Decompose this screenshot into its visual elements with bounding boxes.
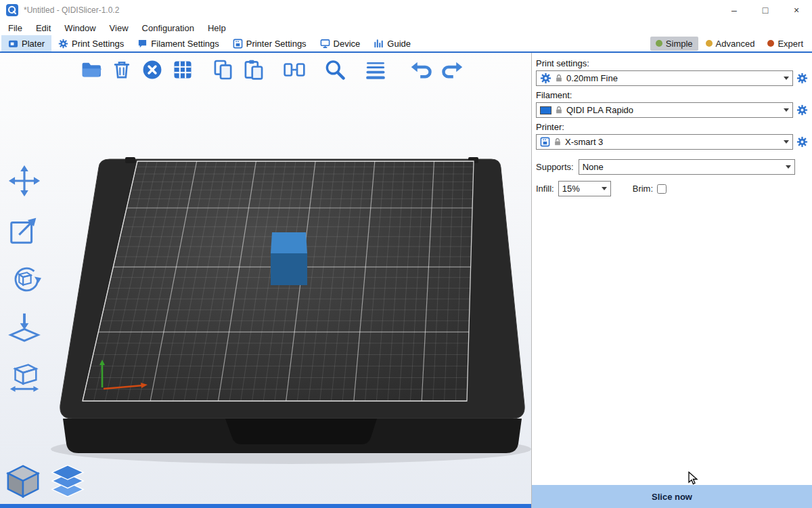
expert-mode-dot bbox=[767, 40, 774, 47]
layer-height-icon[interactable] bbox=[363, 57, 388, 83]
window-title: *Untitled - QIDISlicer-1.0.2 bbox=[24, 5, 119, 15]
minimize-button[interactable]: – bbox=[719, 0, 750, 20]
slice-now-button[interactable]: Slice now bbox=[532, 485, 812, 508]
tab-filament-settings[interactable]: Filament Settings bbox=[131, 35, 225, 51]
tab-label: Guide bbox=[387, 39, 411, 49]
menu-edit[interactable]: Edit bbox=[29, 23, 58, 33]
rotate-tool-icon[interactable] bbox=[7, 261, 42, 296]
place-on-face-tool-icon[interactable] bbox=[7, 310, 42, 345]
lock-icon bbox=[555, 74, 563, 83]
advanced-mode-dot bbox=[706, 40, 713, 47]
top-toolbar bbox=[78, 57, 465, 83]
chevron-down-icon bbox=[784, 77, 789, 80]
app-logo-icon bbox=[6, 4, 18, 16]
plater-icon bbox=[8, 39, 18, 49]
gizmo-toolbar bbox=[7, 163, 42, 394]
titlebar: *Untitled - QIDISlicer-1.0.2 – □ × bbox=[0, 0, 812, 20]
open-folder-icon[interactable] bbox=[78, 57, 104, 83]
copy-icon[interactable] bbox=[210, 57, 236, 83]
cut-tool-icon[interactable] bbox=[7, 358, 42, 394]
tray-handle bbox=[225, 419, 377, 444]
editor-3d-view-icon[interactable] bbox=[4, 462, 42, 500]
printer-label: Printer: bbox=[536, 122, 809, 132]
tab-printer-settings[interactable]: Printer Settings bbox=[226, 35, 313, 51]
model-cube[interactable] bbox=[271, 232, 307, 285]
window-controls: – □ × bbox=[719, 0, 812, 20]
menu-view[interactable]: View bbox=[103, 23, 135, 33]
lock-icon bbox=[555, 106, 563, 114]
device-icon bbox=[320, 39, 330, 49]
filament-color-swatch bbox=[540, 106, 551, 114]
brim-checkbox[interactable] bbox=[657, 184, 667, 194]
menu-window[interactable]: Window bbox=[58, 23, 102, 33]
split-icon[interactable] bbox=[281, 57, 307, 83]
redo-icon[interactable] bbox=[439, 57, 465, 83]
tab-label: Device bbox=[334, 39, 361, 49]
edit-print-settings-button[interactable] bbox=[794, 72, 809, 84]
tab-guide[interactable]: Guide bbox=[367, 35, 418, 51]
printer-value: X-smart 3 bbox=[565, 137, 603, 147]
chevron-down-icon bbox=[784, 140, 789, 144]
viewport-bottom-bar bbox=[0, 504, 531, 508]
infill-combo[interactable]: 15% bbox=[558, 181, 611, 196]
move-tool-icon[interactable] bbox=[7, 163, 42, 198]
printer-icon bbox=[233, 39, 243, 49]
gear-icon bbox=[540, 72, 551, 84]
mode-selector: Simple Advanced Expert bbox=[650, 35, 812, 51]
filament-value: QIDI PLA Rapido bbox=[566, 105, 633, 115]
supports-value: None bbox=[583, 162, 604, 172]
simple-mode-dot bbox=[656, 40, 662, 47]
tab-label: Printer Settings bbox=[246, 39, 307, 49]
printer-combo[interactable]: X-smart 3 bbox=[536, 134, 793, 150]
preview-layers-icon[interactable] bbox=[49, 462, 87, 500]
mode-advanced[interactable]: Advanced bbox=[700, 37, 761, 51]
tab-label: Print Settings bbox=[72, 39, 124, 49]
filament-icon bbox=[137, 39, 148, 49]
mode-label: Advanced bbox=[716, 39, 755, 49]
scale-tool-icon[interactable] bbox=[7, 212, 42, 247]
brim-label: Brim: bbox=[633, 184, 653, 194]
search-icon[interactable] bbox=[322, 57, 348, 83]
print-settings-label: Print settings: bbox=[536, 58, 809, 68]
menu-file[interactable]: File bbox=[1, 23, 29, 33]
mode-label: Expert bbox=[777, 39, 803, 49]
chevron-down-icon bbox=[784, 108, 789, 112]
gear-icon bbox=[58, 39, 68, 49]
arrange-icon[interactable] bbox=[170, 57, 196, 83]
supports-label: Supports: bbox=[536, 162, 574, 172]
undo-icon[interactable] bbox=[409, 57, 434, 83]
mode-label: Simple bbox=[666, 39, 693, 49]
tab-print-settings[interactable]: Print Settings bbox=[51, 35, 131, 51]
tabbar: Plater Print Settings Filament Settings … bbox=[0, 35, 812, 53]
close-button[interactable]: × bbox=[781, 0, 812, 20]
tab-device[interactable]: Device bbox=[313, 35, 367, 51]
menu-help[interactable]: Help bbox=[201, 23, 233, 33]
view-toolbar bbox=[4, 462, 87, 500]
supports-combo[interactable]: None bbox=[579, 159, 795, 175]
print-settings-combo[interactable]: 0.20mm Fine bbox=[536, 70, 793, 86]
printer-icon bbox=[540, 137, 550, 147]
tab-plater[interactable]: Plater bbox=[1, 35, 51, 51]
delete-all-icon[interactable] bbox=[139, 57, 165, 83]
mode-expert[interactable]: Expert bbox=[762, 37, 809, 51]
print-bed-scene bbox=[0, 53, 531, 504]
filament-label: Filament: bbox=[536, 90, 809, 100]
edit-filament-button[interactable] bbox=[794, 104, 809, 116]
edit-printer-button[interactable] bbox=[794, 136, 809, 148]
menubar: File Edit Window View Configuration Help bbox=[0, 20, 812, 35]
main-area: Print settings: 0.20mm Fine Filament: QI… bbox=[0, 53, 812, 508]
infill-label: Infill: bbox=[536, 184, 554, 194]
filament-combo[interactable]: QIDI PLA Rapido bbox=[536, 102, 793, 118]
print-settings-value: 0.20mm Fine bbox=[566, 73, 618, 83]
tab-label: Filament Settings bbox=[151, 39, 219, 49]
infill-value: 15% bbox=[562, 184, 580, 194]
maximize-button[interactable]: □ bbox=[750, 0, 781, 20]
guide-icon bbox=[374, 39, 384, 49]
mode-simple[interactable]: Simple bbox=[650, 37, 698, 51]
lock-icon bbox=[554, 137, 562, 146]
chevron-down-icon bbox=[786, 165, 791, 169]
viewport-3d[interactable] bbox=[0, 53, 531, 508]
menu-configuration[interactable]: Configuration bbox=[135, 23, 201, 33]
paste-icon[interactable] bbox=[241, 57, 267, 83]
delete-icon[interactable] bbox=[109, 57, 135, 83]
